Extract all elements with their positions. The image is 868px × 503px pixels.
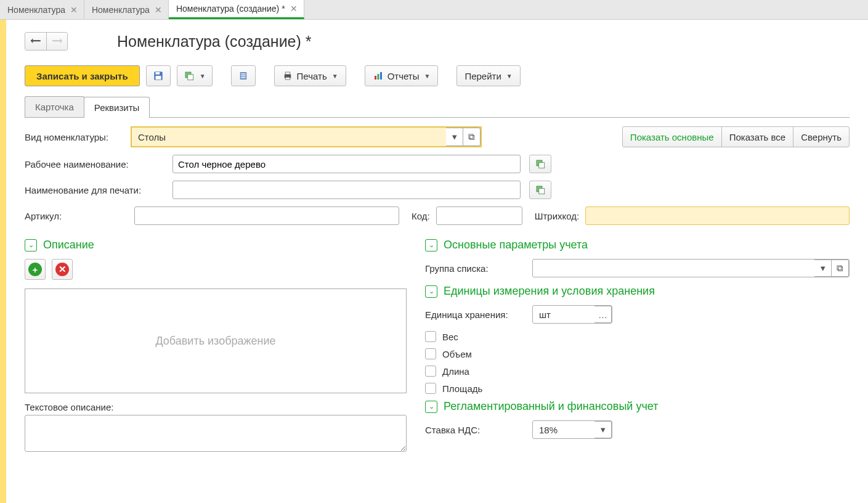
print-button[interactable]: Печать ▼ bbox=[274, 65, 346, 86]
svg-rect-10 bbox=[285, 72, 290, 75]
type-combo[interactable]: Столы ▾ ⧉ bbox=[131, 126, 482, 147]
add-image-button[interactable]: + bbox=[25, 259, 46, 280]
svg-rect-16 bbox=[539, 163, 545, 168]
work-name-label: Рабочее наименование: bbox=[25, 159, 170, 170]
svg-rect-8 bbox=[241, 77, 246, 78]
section-units: ⌄ Единицы измерения и условия хранения bbox=[425, 285, 850, 298]
app-tab-3[interactable]: Номенклатура (создание) * ✕ bbox=[169, 0, 304, 19]
article-input[interactable] bbox=[134, 207, 399, 225]
goto-label: Перейти bbox=[464, 71, 501, 81]
app-tab-label: Номенклатура bbox=[92, 5, 150, 15]
goto-button[interactable]: Перейти ▼ bbox=[456, 65, 520, 86]
svg-rect-1 bbox=[155, 72, 160, 75]
close-icon[interactable]: ✕ bbox=[290, 4, 298, 14]
tab-requisites[interactable]: Реквизиты bbox=[84, 97, 150, 118]
chevron-down-icon[interactable]: ⌄ bbox=[425, 239, 437, 252]
copy-name-button[interactable] bbox=[529, 155, 551, 173]
nav-buttons: 🠔 🠖 bbox=[25, 32, 68, 51]
text-desc-input[interactable] bbox=[25, 415, 407, 452]
copy-icon bbox=[535, 158, 546, 170]
print-icon bbox=[282, 70, 293, 81]
open-icon[interactable]: ⧉ bbox=[832, 260, 849, 277]
toolbar: Записать и закрыть ▼ Печать ▼ Отчеты ▼ П… bbox=[25, 65, 850, 86]
svg-rect-18 bbox=[539, 189, 545, 194]
copy-icon bbox=[535, 184, 546, 195]
text-desc-label: Текстовое описание: bbox=[25, 402, 404, 412]
list-button[interactable] bbox=[231, 65, 256, 86]
type-label: Вид номенклатуры: bbox=[25, 132, 128, 142]
show-all-button[interactable]: Показать все bbox=[721, 126, 794, 147]
area-label: Площадь bbox=[442, 383, 482, 394]
close-icon[interactable]: ✕ bbox=[70, 5, 78, 15]
dropdown-icon[interactable]: ▾ bbox=[446, 128, 463, 146]
section-main-params: ⌄ Основные параметры учета bbox=[425, 239, 850, 252]
barcode-label: Штрихкод: bbox=[535, 211, 580, 221]
section-main-params-title: Основные параметры учета bbox=[444, 239, 588, 252]
chevron-down-icon[interactable]: ⌄ bbox=[425, 285, 437, 298]
app-tab-2[interactable]: Номенклатура ✕ bbox=[84, 0, 169, 19]
image-drop-zone[interactable]: Добавить изображение bbox=[25, 288, 407, 393]
type-value[interactable]: Столы bbox=[132, 128, 446, 146]
app-tab-label: Номенклатура (создание) * bbox=[176, 4, 285, 14]
svg-rect-14 bbox=[380, 72, 382, 80]
app-tab-1[interactable]: Номенклатура ✕ bbox=[0, 0, 84, 19]
reports-button[interactable]: Отчеты ▼ bbox=[365, 65, 439, 86]
collapse-label: Свернуть bbox=[801, 132, 842, 142]
save-close-button[interactable]: Записать и закрыть bbox=[25, 65, 140, 86]
barcode-input[interactable] bbox=[585, 207, 850, 225]
show-main-button[interactable]: Показать основные bbox=[622, 126, 722, 147]
save-button[interactable] bbox=[146, 65, 171, 86]
more-icon[interactable]: … bbox=[594, 306, 612, 323]
copy-icon bbox=[184, 70, 195, 81]
length-checkbox[interactable] bbox=[425, 366, 436, 377]
list-icon bbox=[238, 70, 249, 81]
chevron-down-icon[interactable]: ⌄ bbox=[25, 239, 37, 252]
code-input[interactable] bbox=[436, 207, 522, 225]
section-reg-fin-title: Регламентированный и финансовый учет bbox=[444, 400, 658, 413]
svg-rect-12 bbox=[375, 76, 376, 80]
dropdown-icon[interactable]: ▾ bbox=[594, 421, 612, 438]
open-icon[interactable]: ⧉ bbox=[463, 128, 481, 146]
section-description-title: Описание bbox=[43, 239, 94, 252]
section-description: ⌄ Описание bbox=[25, 239, 407, 252]
code-label: Код: bbox=[412, 211, 430, 221]
svg-rect-4 bbox=[187, 75, 193, 80]
collapse-button[interactable]: Свернуть bbox=[793, 126, 850, 147]
chevron-down-icon[interactable]: ⌄ bbox=[425, 401, 437, 413]
reports-label: Отчеты bbox=[387, 71, 420, 81]
svg-rect-2 bbox=[155, 76, 161, 80]
page-title: Номенклатура (создание) * bbox=[117, 33, 312, 51]
svg-rect-6 bbox=[241, 73, 246, 75]
accent-strip bbox=[0, 20, 6, 466]
remove-image-button[interactable]: ✕ bbox=[52, 259, 73, 280]
dropdown-icon[interactable]: ▾ bbox=[814, 260, 832, 277]
vat-label: Ставка НДС: bbox=[425, 425, 530, 435]
list-group-value[interactable] bbox=[533, 260, 814, 277]
nav-back-button[interactable]: 🠔 bbox=[25, 33, 46, 50]
save-icon bbox=[153, 70, 164, 81]
storage-unit-label: Единица хранения: bbox=[425, 309, 530, 320]
nav-forward-button: 🠖 bbox=[46, 33, 67, 50]
weight-checkbox[interactable] bbox=[425, 331, 436, 342]
copy-print-name-button[interactable] bbox=[529, 181, 551, 199]
list-group-label: Группа списка: bbox=[425, 263, 530, 274]
print-label: Печать bbox=[297, 71, 327, 81]
work-name-input[interactable] bbox=[172, 155, 521, 173]
copy-button[interactable]: ▼ bbox=[177, 65, 213, 86]
area-checkbox[interactable] bbox=[425, 383, 436, 394]
svg-rect-11 bbox=[285, 77, 290, 80]
tab-card[interactable]: Карточка bbox=[25, 96, 84, 117]
chart-icon bbox=[373, 70, 384, 81]
close-icon[interactable]: ✕ bbox=[155, 5, 162, 15]
app-tab-label: Номенклатура bbox=[7, 5, 65, 15]
volume-checkbox[interactable] bbox=[425, 348, 436, 359]
weight-label: Вес bbox=[442, 332, 458, 342]
app-tabs: Номенклатура ✕ Номенклатура ✕ Номенклату… bbox=[0, 0, 868, 20]
section-units-title: Единицы измерения и условия хранения bbox=[444, 285, 655, 298]
storage-unit-value[interactable]: шт bbox=[533, 306, 594, 323]
image-drop-label: Добавить изображение bbox=[155, 335, 275, 348]
section-reg-fin: ⌄ Регламентированный и финансовый учет bbox=[425, 400, 850, 413]
print-name-input[interactable] bbox=[172, 181, 521, 199]
vat-value[interactable]: 18% bbox=[533, 421, 594, 438]
svg-rect-7 bbox=[241, 75, 246, 76]
